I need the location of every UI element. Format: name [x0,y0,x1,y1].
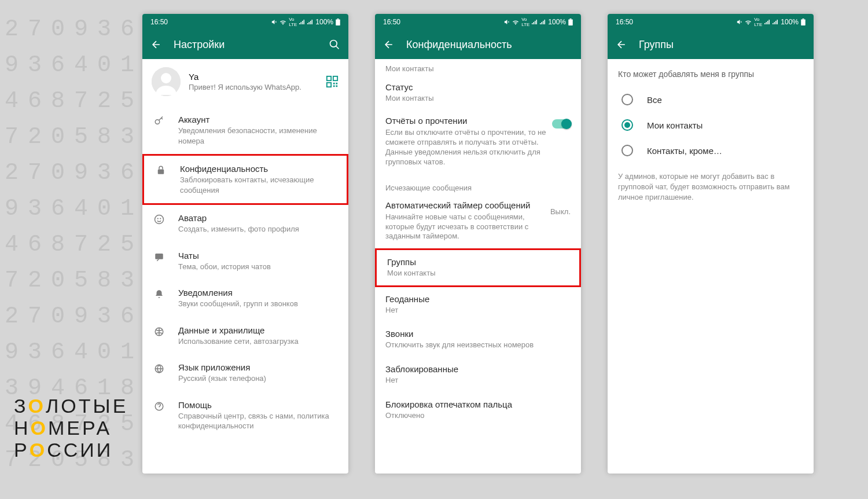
chat-icon [154,252,164,262]
battery-icon [336,19,340,25]
row-privacy[interactable]: Конфиденциальность Заблокировать контакт… [142,154,348,205]
row-title: Чаты [178,251,339,260]
row-desc: Начинайте новые чаты с сообщениями, кото… [385,212,545,242]
qr-button[interactable] [325,75,339,89]
row-blocked[interactable]: Заблокированные Нет [375,357,581,392]
row-read-receipts[interactable]: Отчёты о прочтении Если вы отключите отч… [375,110,581,173]
svg-rect-41 [767,21,768,24]
lock-icon [156,165,166,175]
svg-point-20 [155,120,160,124]
radio-all[interactable]: Все [608,87,814,112]
status-bar: 16:50 VoLTE 100% [608,14,814,30]
row-value: Выкл. [550,207,571,216]
app-bar-title: Настройки [174,39,317,51]
row-sub: Нет [385,305,571,315]
row-geo[interactable]: Геоданные Нет [375,287,581,322]
row-sub: Мои контакты [385,93,571,104]
svg-rect-34 [542,22,543,24]
svg-rect-6 [310,21,311,24]
svg-rect-9 [337,19,339,20]
svg-rect-36 [545,20,546,24]
row-title: Заблокированные [385,364,571,374]
search-icon [329,39,340,50]
row-notifications[interactable]: Уведомления Звуки сообщений, групп и зво… [142,280,348,317]
row-groups[interactable]: Группы Мои контакты [375,248,581,287]
profile-subtitle: Привет! Я использую WhatsApp. [189,83,317,91]
search-button[interactable] [328,38,341,52]
radio-icon [621,119,633,131]
back-button[interactable] [382,38,396,52]
lte-icon: VoLTE [289,17,297,27]
row-auto-timer[interactable]: Автоматический таймер сообщений Начинайт… [375,196,581,249]
svg-rect-8 [336,20,340,26]
row-title: Группы [387,257,569,267]
row-title: Данные и хранилище [178,325,339,335]
radio-icon [621,94,633,105]
svg-rect-43 [773,23,774,24]
screen-privacy: 16:50 VoLTE 100% Конфиденциальность Мои … [375,14,581,474]
profile-row[interactable]: Ya Привет! Я использую WhatsApp. [142,59,348,107]
bell-icon [154,289,164,299]
lte-icon: VoLTE [754,17,762,27]
svg-rect-7 [312,20,313,24]
signal-icon [299,19,305,25]
row-fingerprint[interactable]: Блокировка отпечатком пальца Отключено [375,392,581,428]
section-disappearing: Исчезающие сообщения [375,173,581,196]
row-help[interactable]: Помощь Справочный центр, связь с нами, п… [142,392,348,439]
app-bar: Группы [608,30,814,59]
battery-icon [801,19,806,25]
status-bar: 16:50 VoLTE 100% [375,14,581,30]
svg-rect-17 [336,83,337,85]
svg-rect-45 [775,21,777,24]
svg-rect-4 [307,23,308,24]
row-title: Отчёты о прочтении [385,116,546,126]
status-time: 16:50 [150,18,168,26]
svg-point-24 [160,218,161,219]
svg-rect-42 [769,20,770,24]
radio-contacts[interactable]: Мои контакты [608,112,814,138]
row-sub: Создать, изменить, фото профиля [178,224,339,234]
svg-rect-25 [155,254,163,259]
status-icons: VoLTE 100% [504,17,573,27]
key-icon [154,116,164,126]
row-title: Уведомления [178,288,339,298]
radio-label: Контакты, кроме… [647,146,722,156]
signal-icon [764,19,770,25]
row-account[interactable]: Аккаунт Уведомления безопасности, измене… [142,107,348,154]
signal-icon-2 [773,19,778,25]
mute-icon [737,19,742,25]
row-sub: Звуки сообщений, групп и звонков [178,299,339,309]
lte-icon: VoLTE [521,17,529,27]
svg-rect-30 [534,22,535,24]
globe-icon [154,364,164,374]
row-chats[interactable]: Чаты Тема, обои, история чатов [142,243,348,280]
row-sub: Отключено [385,410,571,421]
row-calls[interactable]: Звонки Отключить звук для неизвестных но… [375,322,581,357]
row-avatar[interactable]: Аватар Создать, изменить, фото профиля [142,205,348,243]
row-sub: Заблокировать контакты, исчезающие сообщ… [180,175,337,195]
row-language[interactable]: Язык приложения Русский (язык телефона) [142,354,348,392]
row-storage[interactable]: Данные и хранилище Использование сети, а… [142,317,348,355]
svg-rect-40 [766,22,767,24]
radio-label: Все [647,95,662,105]
status-bar: 16:50 VoLTE 100% [142,14,348,30]
back-button[interactable] [149,38,163,52]
row-status[interactable]: Статус Мои контакты [375,75,581,111]
data-icon [154,326,164,337]
app-bar-title: Группы [639,39,807,51]
svg-rect-5 [309,22,310,24]
signal-icon [532,19,538,25]
back-button[interactable] [615,38,628,52]
arrow-left-icon [383,39,395,50]
groups-info: У админов, которые не могут добавить вас… [608,168,814,207]
svg-rect-33 [540,23,541,24]
read-receipts-toggle[interactable] [552,119,571,129]
qr-icon [326,75,339,88]
mute-icon [504,19,510,25]
svg-rect-1 [301,22,302,24]
battery-text: 100% [548,18,566,26]
radio-except[interactable]: Контакты, кроме… [608,138,814,163]
svg-rect-37 [568,20,573,26]
radio-label: Мои контакты [647,120,703,130]
app-bar: Конфиденциальность [375,30,581,59]
